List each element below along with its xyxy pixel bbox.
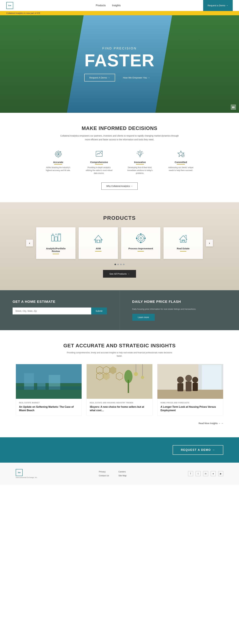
product-cards: Analytic/PortfolioReview AVM — [36, 227, 203, 259]
nav-demo-button[interactable]: Request a Demo → — [203, 0, 233, 11]
dot-4[interactable] — [123, 264, 124, 265]
tools-section: GET A HOME ESTIMATE Submit DAILY HOME PR… — [0, 290, 239, 330]
footer-links: Privacy Contact Us Careers Site Map — [99, 470, 126, 477]
navigation: ice Products Insights Request a Demo → — [0, 0, 239, 11]
see-all-products-button[interactable]: See All Products → — [103, 270, 136, 278]
announcement-bar: Collateral Analytics is now part of ICE — [0, 11, 239, 15]
svg-rect-53 — [177, 383, 183, 391]
insight-title-miami: An Update on Softening Markets: The Case… — [19, 405, 78, 412]
insight-card-ibuyers: REAL ESTATE AND HOUSING INDUSTRY TRENDS … — [86, 364, 152, 416]
accurate-name: Accurate — [53, 161, 63, 164]
feature-committed: Committed Addressing our clients' unique… — [167, 150, 195, 174]
comprehensive-icon — [94, 150, 104, 159]
footer-logo-box: ice — [16, 469, 23, 476]
facebook-icon[interactable]: f — [188, 471, 193, 476]
process-icon — [134, 232, 147, 244]
accurate-icon — [54, 150, 63, 159]
flash-description: Daily housing price information for real… — [132, 308, 226, 311]
comprehensive-underline — [95, 164, 103, 164]
demo-banner-button[interactable]: REQUEST A DEMO → — [173, 445, 223, 455]
carousel-dots — [0, 264, 239, 265]
dot-3[interactable] — [120, 264, 122, 265]
comprehensive-desc: Providing in-depth analytics utilizing t… — [85, 166, 113, 174]
daily-flash-panel: DAILY HOME PRICE FLASH Daily housing pri… — [120, 290, 239, 330]
nav-insights[interactable]: Insights — [112, 4, 120, 7]
learn-more-button[interactable]: Learn more — [132, 314, 155, 321]
committed-icon — [176, 150, 186, 159]
footer-careers-link[interactable]: Careers — [118, 470, 126, 473]
insight-body-miami: REAL ESTATE MARKET An Update on Softenin… — [16, 399, 82, 416]
svg-point-11 — [182, 154, 184, 157]
products-section: PRODUCTS ‹ Analytic/PortfolioReview — [0, 202, 239, 290]
logo[interactable]: ice — [6, 2, 13, 9]
insight-tag-employment: HOME PRICES AND FORECASTS — [160, 402, 220, 404]
committed-name: Committed — [175, 161, 187, 164]
informed-heading: MAKE INFORMED DECISIONS — [32, 125, 208, 131]
flash-heading: DAILY HOME PRICE FLASH — [132, 300, 226, 304]
analytic-name: Analytic/PortfolioReview — [46, 247, 66, 252]
svg-rect-3 — [96, 151, 102, 156]
svg-point-21 — [137, 234, 145, 242]
svg-point-56 — [192, 377, 198, 383]
svg-point-47 — [141, 376, 144, 379]
read-more-wrapper: Read More Insights → — [16, 422, 223, 425]
nav-links: Products Insights — [96, 4, 120, 7]
footer-logo-subtitle: Intercontinental Exchange, Inc. — [16, 477, 37, 478]
dot-2[interactable] — [117, 264, 119, 265]
linkedin-icon[interactable]: in — [203, 471, 208, 476]
product-card-realestate: Real Estate — [164, 227, 203, 259]
svg-point-54 — [186, 375, 192, 382]
read-more-link[interactable]: Read More Insights → — [198, 422, 223, 424]
informed-section: MAKE INFORMED DECISIONS Collateral Analy… — [0, 113, 239, 202]
process-name: Process Improvement — [128, 247, 153, 250]
why-collateral-button[interactable]: Why Collateral Analytics → — [102, 182, 138, 190]
innovative-icon — [135, 150, 145, 159]
youtube-icon[interactable]: ▶ — [218, 471, 223, 476]
dot-1[interactable] — [114, 264, 116, 265]
estimate-input[interactable] — [12, 308, 91, 314]
hero-demo-button[interactable]: Request A Demo → — [84, 74, 115, 82]
footer-contact-link[interactable]: Contact Us — [99, 474, 109, 477]
innovative-underline — [136, 164, 144, 164]
svg-rect-26 — [136, 238, 137, 239]
hero-empower-button[interactable]: How We Empower You → — [118, 74, 155, 82]
demo-banner: REQUEST A DEMO → — [0, 437, 239, 463]
avm-name: AVM — [96, 247, 101, 250]
insight-img-meeting — [158, 364, 223, 399]
insight-tag-miami: REAL ESTATE MARKET — [19, 402, 78, 404]
insight-tag-ibuyers: REAL ESTATE AND HOUSING INDUSTRY TRENDS — [90, 402, 149, 404]
insight-body-employment: HOME PRICES AND FORECASTS A Longer-Term … — [158, 399, 223, 416]
svg-rect-27 — [144, 238, 146, 239]
footer-privacy-link[interactable]: Privacy — [99, 470, 109, 473]
home-estimate-panel: GET A HOME ESTIMATE Submit — [0, 290, 120, 330]
svg-point-17 — [59, 234, 60, 235]
insights-section: GET ACCURATE AND STRATEGIC INSIGHTS Prov… — [0, 330, 239, 437]
insight-img-interior — [87, 364, 152, 399]
carousel-prev-button[interactable]: ‹ — [26, 240, 33, 246]
committed-underline — [177, 164, 185, 164]
twitter-icon[interactable]: t — [196, 471, 201, 476]
svg-rect-19 — [95, 240, 97, 242]
product-card-avm: AVM — [78, 227, 118, 259]
svg-point-5 — [140, 155, 140, 156]
avm-icon — [92, 232, 104, 244]
svg-line-8 — [142, 151, 142, 152]
innovative-name: Innovative — [134, 161, 146, 164]
realestate-icon — [177, 232, 190, 244]
hero-pause-button[interactable]: ▮▮ — [231, 104, 236, 110]
svg-point-23 — [140, 237, 142, 239]
products-carousel: ‹ Analytic/PortfolioReview — [0, 227, 239, 259]
instagram-icon[interactable]: ● — [211, 471, 216, 476]
estimate-heading: GET A HOME ESTIMATE — [12, 300, 107, 304]
estimate-submit-button[interactable]: Submit — [91, 308, 107, 314]
feature-innovative: Innovative Developing first-of-their-kin… — [126, 150, 154, 174]
products-heading: PRODUCTS — [0, 215, 239, 221]
nav-products[interactable]: Products — [96, 4, 106, 7]
comprehensive-name: Comprehensive — [90, 161, 108, 164]
footer-sitemap-link[interactable]: Site Map — [118, 474, 126, 477]
hero-buttons: Request A Demo → How We Empower You → — [84, 74, 155, 82]
footer-logo: ice Intercontinental Exchange, Inc. — [16, 469, 37, 478]
carousel-next-button[interactable]: › — [206, 240, 213, 246]
hero-content: FIND PRECISION FASTER Request A Demo → H… — [84, 46, 155, 82]
features-grid: Accurate AVMs boasting the industry's hi… — [32, 150, 208, 174]
